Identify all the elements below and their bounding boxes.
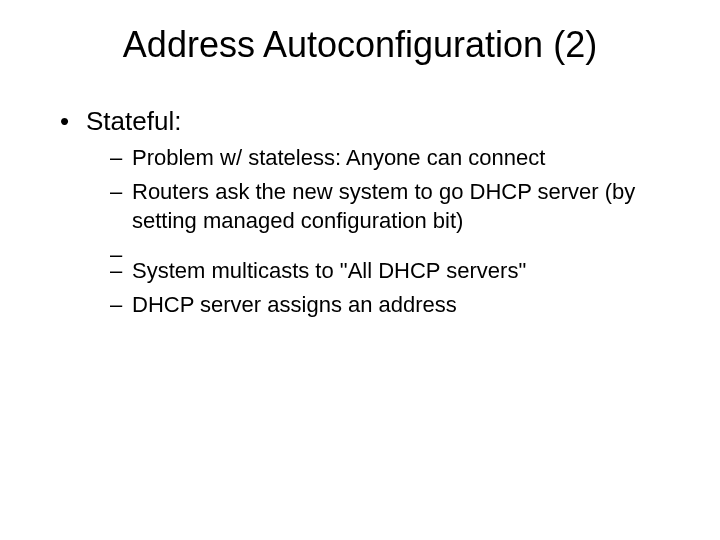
list-item: Stateful: Problem w/ stateless: Anyone c… xyxy=(60,106,690,319)
bullet-list-level2: Problem w/ stateless: Anyone can connect… xyxy=(86,143,690,319)
slide-title: Address Autoconfiguration (2) xyxy=(30,24,690,66)
bullet-list-level1: Stateful: Problem w/ stateless: Anyone c… xyxy=(30,106,690,319)
bullet-text: System multicasts to "All DHCP servers" xyxy=(132,258,526,283)
bullet-text: Stateful: xyxy=(86,106,181,136)
bullet-text: Problem w/ stateless: Anyone can connect xyxy=(132,145,545,170)
list-item: Routers ask the new system to go DHCP se… xyxy=(110,177,690,236)
bullet-text: DHCP server assigns an address xyxy=(132,292,457,317)
slide: Address Autoconfiguration (2) Stateful: … xyxy=(0,0,720,540)
spacer xyxy=(110,240,690,252)
list-item: System multicasts to "All DHCP servers" xyxy=(110,256,690,286)
list-item: Problem w/ stateless: Anyone can connect xyxy=(110,143,690,173)
bullet-text: Routers ask the new system to go DHCP se… xyxy=(132,179,635,234)
list-item: DHCP server assigns an address xyxy=(110,290,690,320)
